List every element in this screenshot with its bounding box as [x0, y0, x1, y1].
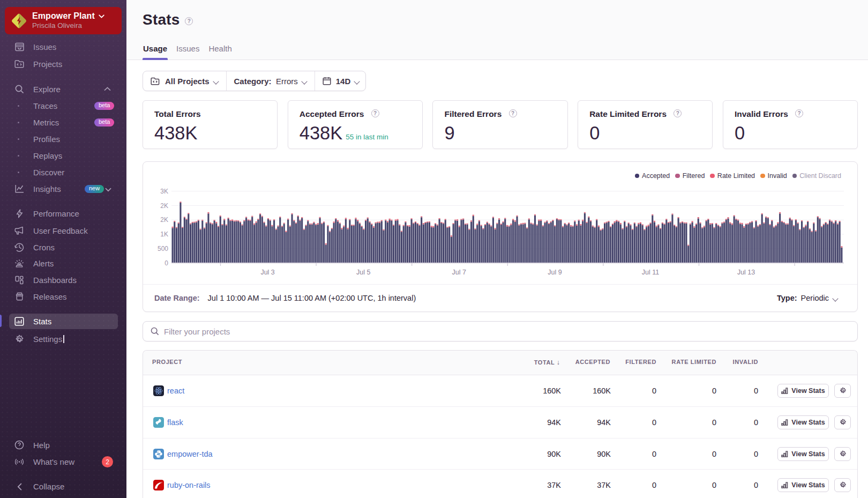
svg-text:0: 0	[164, 259, 168, 267]
svg-text:2K: 2K	[160, 216, 168, 224]
svg-text:3K: 3K	[160, 188, 168, 195]
svg-text:Jul 3: Jul 3	[260, 269, 274, 276]
svg-text:Jul 7: Jul 7	[452, 269, 466, 276]
svg-text:Jul 5: Jul 5	[356, 269, 370, 276]
svg-text:Jul 9: Jul 9	[548, 269, 562, 276]
svg-text:2K: 2K	[160, 202, 168, 210]
svg-text:1K: 1K	[160, 231, 168, 238]
svg-text:500: 500	[158, 245, 168, 252]
svg-text:Jul 13: Jul 13	[737, 269, 755, 276]
svg-text:Jul 11: Jul 11	[642, 269, 659, 276]
